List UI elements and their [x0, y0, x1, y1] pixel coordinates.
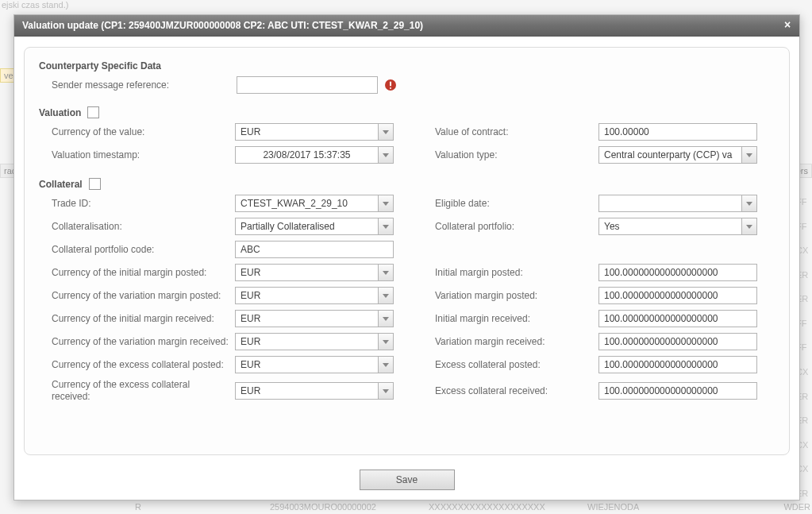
chevron-down-icon[interactable]: [378, 333, 394, 350]
chevron-down-icon[interactable]: [741, 146, 757, 164]
label-valuation-type: Valuation type:: [427, 149, 594, 160]
label-excess-coll-recv: Excess collateral received:: [427, 385, 594, 396]
chevron-down-icon[interactable]: [378, 356, 394, 373]
modal-valuation-update: Valuation update (CP1: 259400JMZUR000000…: [13, 14, 800, 500]
chevron-down-icon[interactable]: [378, 195, 394, 212]
label-cur-excess-coll-posted: Currency of the excess collateral posted…: [52, 359, 230, 371]
label-init-margin-recv: Initial margin received:: [427, 313, 594, 324]
cur-var-margin-recv-select[interactable]: [235, 333, 394, 350]
bg-cell: R: [135, 502, 141, 512]
trade-id-input[interactable]: [235, 195, 378, 212]
var-margin-posted-input[interactable]: [598, 287, 757, 304]
cur-init-margin-posted-select[interactable]: [235, 264, 394, 281]
chevron-down-icon[interactable]: [378, 287, 394, 304]
label-currency-value: Currency of the value:: [52, 126, 230, 138]
bg-cell: WDER: [783, 502, 810, 512]
chevron-down-icon[interactable]: [378, 310, 394, 327]
collateral-portfolio-input[interactable]: [598, 218, 741, 235]
eligible-date-input[interactable]: [598, 195, 741, 212]
cur-var-margin-posted-select[interactable]: [235, 287, 394, 304]
label-eligible-date: Eligible date:: [427, 198, 594, 209]
chevron-down-icon[interactable]: [378, 123, 394, 141]
label-cur-init-margin-posted: Currency of the initial margin posted:: [52, 267, 230, 279]
chevron-down-icon[interactable]: [378, 264, 394, 281]
value-contract-input[interactable]: [598, 123, 757, 141]
bg-cell: WIEJENODA: [587, 502, 639, 512]
eligible-date-select[interactable]: [598, 195, 757, 212]
valuation-type-select[interactable]: [598, 146, 757, 164]
currency-value-input[interactable]: [235, 123, 378, 141]
section-collateral-label: Collateral: [39, 179, 83, 190]
chevron-down-icon[interactable]: [378, 146, 394, 164]
label-var-margin-recv: Variation margin received:: [427, 336, 594, 347]
label-var-margin-posted: Variation margin posted:: [427, 290, 594, 301]
close-button[interactable]: ×: [780, 18, 795, 33]
label-trade-id: Trade ID:: [52, 198, 230, 210]
bg-cell: 2594003MOURO00000002: [270, 502, 376, 512]
excess-coll-posted-input[interactable]: [598, 356, 757, 373]
label-value-contract: Value of contract:: [427, 126, 594, 137]
cur-excess-coll-posted-input[interactable]: [235, 356, 378, 373]
trade-id-select[interactable]: [235, 195, 394, 212]
label-collateral-portfolio: Collateral portfolio:: [427, 221, 594, 232]
label-init-margin-posted: Initial margin posted:: [427, 267, 594, 278]
init-margin-recv-input[interactable]: [598, 310, 757, 327]
cur-excess-coll-recv-input[interactable]: [235, 382, 378, 400]
label-collateralisation: Collateralisation:: [52, 221, 230, 233]
chevron-down-icon[interactable]: [378, 218, 394, 235]
cur-var-margin-recv-input[interactable]: [235, 333, 378, 350]
valuation-timestamp-field[interactable]: [235, 146, 394, 164]
cur-init-margin-posted-input[interactable]: [235, 264, 378, 281]
modal-title-text: Valuation update (CP1: 259400JMZUR000000…: [22, 20, 423, 31]
valuation-checkbox[interactable]: [87, 106, 99, 118]
collateral-portfolio-select[interactable]: [598, 218, 757, 235]
collateralisation-input[interactable]: [235, 218, 378, 235]
label-cur-init-margin-recv: Currency of the initial margin received:: [52, 313, 230, 325]
var-margin-recv-input[interactable]: [598, 333, 757, 350]
modal-titlebar: Valuation update (CP1: 259400JMZUR000000…: [14, 15, 799, 37]
label-cur-var-margin-recv: Currency of the variation margin receive…: [52, 336, 230, 348]
label-excess-coll-posted: Excess collateral posted:: [427, 359, 594, 370]
label-cur-var-margin-posted: Currency of the variation margin posted:: [52, 290, 230, 302]
save-button[interactable]: Save: [360, 470, 455, 490]
valuation-timestamp-input[interactable]: [235, 146, 378, 164]
section-valuation-label: Valuation: [39, 107, 81, 118]
section-collateral: Collateral: [39, 178, 101, 190]
cur-init-margin-recv-select[interactable]: [235, 310, 394, 327]
valuation-type-input[interactable]: [598, 146, 741, 164]
collateralisation-select[interactable]: [235, 218, 394, 235]
label-sender-msg-ref: Sender message reference:: [52, 79, 230, 91]
excess-coll-recv-input[interactable]: [598, 382, 757, 400]
cur-var-margin-posted-input[interactable]: [235, 287, 378, 304]
label-collateral-portfolio-code: Collateral portfolio code:: [52, 244, 230, 256]
form-panel: Counterparty Specific Data Sender messag…: [24, 47, 790, 455]
sender-msg-ref-input[interactable]: [237, 76, 378, 94]
cur-excess-coll-posted-select[interactable]: [235, 356, 394, 373]
chevron-down-icon[interactable]: [378, 382, 394, 400]
svg-rect-2: [390, 87, 391, 89]
svg-rect-1: [390, 82, 391, 87]
init-margin-posted-input[interactable]: [598, 264, 757, 281]
section-counterparty-data: Counterparty Specific Data: [39, 60, 775, 71]
chevron-down-icon[interactable]: [741, 218, 757, 235]
section-valuation: Valuation: [39, 106, 99, 118]
label-valuation-timestamp: Valuation timestamp:: [52, 149, 230, 161]
bg-cell: XXXXXXXXXXXXXXXXXXXX: [429, 502, 545, 512]
cur-init-margin-recv-input[interactable]: [235, 310, 378, 327]
collateral-checkbox[interactable]: [89, 178, 101, 190]
label-cur-excess-coll-recv: Currency of the excess collateral receiv…: [52, 379, 230, 403]
error-icon: [384, 79, 397, 91]
cur-excess-coll-recv-select[interactable]: [235, 382, 394, 400]
collateral-portfolio-code-input[interactable]: [235, 241, 394, 258]
bg-text: ejski czas stand.): [2, 0, 68, 10]
currency-value-select[interactable]: [235, 123, 394, 141]
chevron-down-icon[interactable]: [741, 195, 757, 212]
